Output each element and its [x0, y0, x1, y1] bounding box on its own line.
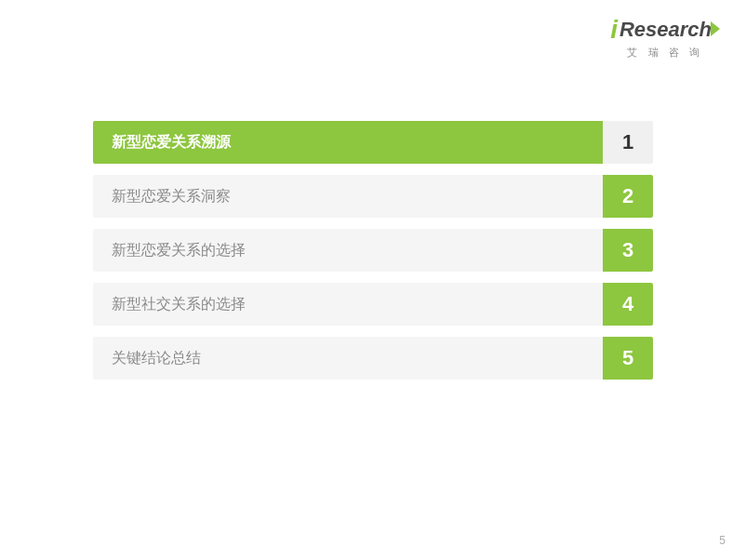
menu-item-5[interactable]: 关键结论总结 5 — [93, 337, 653, 380]
menu-label-2: 新型恋爱关系洞察 — [93, 175, 603, 218]
menu-item-4[interactable]: 新型社交关系的选择 4 — [93, 283, 653, 326]
page-number: 5 — [719, 534, 726, 547]
menu-label-4: 新型社交关系的选择 — [93, 283, 603, 326]
logo-i: i — [610, 17, 618, 43]
menu-label-3: 新型恋爱关系的选择 — [93, 229, 603, 272]
menu-number-3: 3 — [603, 229, 653, 272]
menu-item-2[interactable]: 新型恋爱关系洞察 2 — [93, 175, 653, 218]
menu-number-4: 4 — [603, 283, 653, 326]
logo-subtitle: 艾 瑞 咨 询 — [627, 46, 702, 60]
logo-area: i Research 艾 瑞 咨 询 — [610, 17, 720, 60]
page-container: i Research 艾 瑞 咨 询 新型恋爱关系溯源 1 新型恋爱关系洞察 2… — [0, 0, 746, 560]
menu-number-5: 5 — [603, 337, 653, 380]
logo-triangle-icon — [711, 21, 720, 36]
logo-brand: i Research — [610, 17, 720, 43]
main-content: 新型恋爱关系溯源 1 新型恋爱关系洞察 2 新型恋爱关系的选择 3 新型社交关系… — [93, 121, 653, 391]
menu-number-2: 2 — [603, 175, 653, 218]
menu-item-1[interactable]: 新型恋爱关系溯源 1 — [93, 121, 653, 164]
logo-research: Research — [619, 20, 712, 40]
menu-number-1: 1 — [603, 121, 653, 164]
menu-item-3[interactable]: 新型恋爱关系的选择 3 — [93, 229, 653, 272]
menu-label-1: 新型恋爱关系溯源 — [93, 121, 603, 164]
menu-label-5: 关键结论总结 — [93, 337, 603, 380]
